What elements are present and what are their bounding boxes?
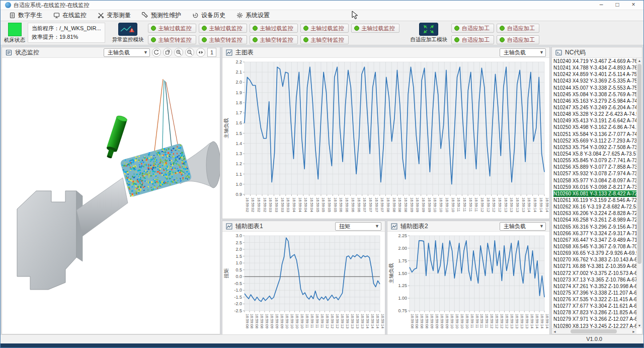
aux-chart1[interactable]: 16:59:0816:59:0816:59:0816:59:0816:59:09… — [222, 232, 385, 335]
nc-code-line[interactable]: N10254 X5.8 Y-3.084 Z-7.625 A-73.571 C — [553, 151, 636, 157]
chart-column: 主图表 主轴负载▼ 16:59:0216:59:0216:59:0216:59:… — [222, 47, 550, 334]
nc-code-line[interactable]: N10267 X6.447 Y-3.347 Z-9.489 A-71.055 — [553, 237, 636, 243]
nc-vertical-scrollbar[interactable]: ▲ ▼ — [636, 58, 642, 328]
svg-text:16:59:03: 16:59:03 — [268, 197, 273, 212]
nc-code-line[interactable]: N10243 X4.932 Y-3.369 Z-5.335 A-75.523 — [553, 78, 636, 84]
spindle-idle-monitor-button[interactable]: 主轴空转监控 — [148, 35, 196, 44]
menu-item-system-settings[interactable]: 系统设置 — [231, 10, 275, 21]
nc-code-line[interactable]: N10249 X5.413 Y-3.191 Z-6.642 A-74.346 — [553, 117, 636, 124]
svg-text:16:59:08: 16:59:08 — [415, 314, 419, 328]
spindle-overload-monitor-button[interactable]: 主轴过载监控 — [250, 24, 298, 33]
line-chart-icon — [391, 223, 397, 230]
nc-horizontal-scroll-thumb[interactable] — [571, 329, 617, 333]
nc-code-line[interactable]: N10276 X7.535 Y-3.322 Z-11.415 A-65.22 — [553, 296, 636, 303]
spindle-overload-monitor-button[interactable]: 主轴过载监控 — [148, 24, 196, 33]
main-chart[interactable]: 16:59:0216:59:0216:59:0216:59:0216:59:03… — [222, 58, 549, 219]
system-settings-icon — [236, 12, 243, 19]
nc-code-line[interactable]: N10248 X5.328 Y-3.22 Z-6.423 A-74.52 C — [553, 111, 636, 117]
nc-code-line[interactable]: N10263 X6.206 Y-3.224 Z-8.828 A-72.33 C — [553, 210, 636, 217]
nc-code-line[interactable]: N10242 X4.859 Y-3.401 Z-5.114 A-75.775 — [553, 71, 636, 78]
green-status-dot-icon — [151, 26, 156, 31]
nc-code-list[interactable]: N10240 X4.719 Y-3.467 Z-4.669 A-76.396N1… — [552, 58, 636, 328]
adaptive-machining-button[interactable]: 自适应加工 — [497, 24, 539, 33]
aux-chart2[interactable]: 16:59:0816:59:0816:59:0816:59:0816:59:09… — [387, 232, 549, 335]
nc-code-line[interactable]: N10270 X6.762 Y-3.383 Z-10.143 A-69.34 — [553, 256, 636, 263]
viewport-signal-select[interactable]: 主轴负载▼ — [104, 48, 150, 57]
close-button[interactable]: × — [625, 1, 641, 10]
nc-code-line[interactable]: N10275 X7.396 Y-3.338 Z-11.207 A-65.95 — [553, 290, 636, 296]
orbit-view-button[interactable] — [163, 48, 172, 57]
spindle-overload-monitor-button[interactable]: 主轴过载监控 — [199, 24, 247, 33]
adaptive-machining-module[interactable]: 自适应加工模块 — [411, 23, 448, 43]
nc-code-line[interactable]: N10245 X5.084 Y-3.308 Z-5.769 A-75.088 — [553, 91, 636, 98]
scroll-left-icon[interactable]: ◄ — [552, 330, 557, 333]
spindle-idle-monitor-button[interactable]: 主轴空转监控 — [250, 35, 298, 44]
nc-code-line[interactable]: N10266 X6.377 Y-3.324 Z-9.317 A-71.443 — [553, 230, 636, 237]
menu-item-online-monitor[interactable]: 在线监控 — [48, 10, 92, 21]
nc-code-line[interactable]: N10264 X6.258 Y-3.261 Z-8.989 A-72.072 — [553, 217, 636, 223]
nc-code-line[interactable]: N10273 X7.13 Y-3.365 Z-10.786 A-67.372 — [553, 276, 636, 283]
nc-code-line[interactable]: N10268 X6.545 Y-3.367 Z-9.708 A-70.519 — [553, 243, 636, 250]
nc-code-line[interactable]: N10272 X7.002 Y-3.375 Z-10.573 A-68.05 — [553, 270, 636, 276]
green-status-dot-icon — [500, 26, 505, 31]
scroll-up-icon[interactable]: ▲ — [637, 58, 642, 63]
nc-code-line[interactable]: N10251 X5.584 Y-3.136 Z-7.077 A-74.012 — [553, 131, 636, 137]
zoom-out-icon[interactable] — [185, 48, 194, 57]
adaptive-machining-button[interactable]: 自适应加工 — [451, 35, 494, 44]
menu-item-predictive-maintenance[interactable]: 预测性维护 — [136, 10, 187, 21]
spindle-idle-monitor-button[interactable]: 主轴空转监控 — [300, 35, 349, 44]
nc-code-line[interactable]: N10279 X7.971 Y-3.266 Z-12.027 A-62.98 — [553, 316, 636, 322]
nc-code-line[interactable]: N10253 X5.754 Y-3.092 Z-7.508 A-73.677 — [553, 144, 636, 151]
nc-horizontal-scrollbar[interactable]: ◄ ► — [552, 328, 636, 334]
spindle-idle-monitor-button[interactable]: 主轴空转监控 — [199, 35, 247, 44]
nc-vertical-scroll-thumb[interactable] — [637, 64, 641, 264]
machine-status-label: 机床状态 — [4, 37, 25, 44]
nc-code-line[interactable]: N10280 X8.123 Y-3.245 Z-12.227 A-62.23 — [553, 323, 636, 328]
nc-code-line[interactable]: N10269 X6.65 Y-3.379 Z-9.926 A-69.947 C — [553, 250, 636, 256]
nc-code-line[interactable]: N10265 X6.316 Y-3.296 Z-9.156 A-71.771 — [553, 224, 636, 230]
aux-chart2-signal-select[interactable]: 主轴负载▼ — [500, 222, 546, 231]
maximize-button[interactable]: □ — [609, 1, 625, 10]
spindle-overload-monitor-button[interactable]: 主轴过载监控 — [351, 24, 399, 33]
anomaly-monitor-module[interactable]: 异常监控模块 — [112, 23, 144, 43]
nc-code-line[interactable]: N10246 X5.163 Y-3.279 Z-5.984 A-74.892 — [553, 98, 636, 104]
rotate-view-button[interactable] — [152, 48, 161, 57]
svg-text:16:59:14: 16:59:14 — [370, 314, 375, 328]
menu-item-label: 变形测量 — [107, 11, 131, 20]
menu-item-digital-twin[interactable]: 数字孪生 — [4, 10, 48, 21]
adaptive-machining-button[interactable]: 自适应加工 — [451, 24, 494, 33]
scroll-right-icon[interactable]: ► — [631, 330, 636, 333]
nc-code-line[interactable]: N10241 X4.788 Y-3.434 Z-4.893 A-76.062 — [553, 64, 636, 71]
svg-text:16:59:11: 16:59:11 — [456, 197, 461, 212]
minimize-button[interactable]: – — [593, 1, 609, 10]
zoom-in-icon[interactable] — [174, 48, 183, 57]
nc-code-line[interactable]: N10277 X7.677 Y-3.304 Z-11.621 A-64.48 — [553, 303, 636, 309]
nc-code-line[interactable]: N10271 X6.88 Y-3.381 Z-10.359 A-68.711 — [553, 263, 636, 269]
scroll-down-icon[interactable]: ▼ — [637, 323, 642, 328]
nc-code-line[interactable]: N10274 X7.261 Y-3.352 Z-10.998 A-66.67 — [553, 283, 636, 290]
menu-item-device-history[interactable]: 设备历史 — [187, 10, 231, 21]
nc-code-line[interactable]: N10258 X5.977 Y-3.084 Z-8.097 A-73.138 — [553, 177, 636, 184]
viewport-3d[interactable] — [2, 58, 220, 334]
adaptive-machining-button[interactable]: 自适应加工 — [497, 35, 539, 44]
nc-code-line[interactable]: N10244 X5.007 Y-3.338 Z-5.553 A-75.297 — [553, 85, 636, 91]
menu-item-deformation-measure[interactable]: 变形测量 — [92, 10, 136, 21]
aux-chart1-signal-select[interactable]: 扭矩▼ — [335, 222, 381, 231]
nc-code-line[interactable]: N10278 X7.823 Y-3.286 Z-11.825 A-63.73 — [553, 309, 636, 316]
nc-code-line[interactable]: N10255 X5.845 Y-3.079 Z-7.741 A-73.458 — [553, 157, 636, 164]
fit-view-icon[interactable] — [196, 48, 205, 57]
nc-code-line[interactable]: N10256 X5.889 Y-3.077 Z-7.858 A-73.348 — [553, 164, 636, 170]
nc-code-line[interactable]: N10250 X5.498 Y-3.162 Z-6.86 A-74.178 C — [553, 124, 636, 130]
main-chart-signal-select[interactable]: 主轴负载▼ — [500, 48, 546, 57]
adaptive-module-label: 自适应加工模块 — [411, 36, 448, 43]
spindle-overload-monitor-button[interactable]: 主轴过载监控 — [300, 24, 349, 33]
nc-code-line[interactable]: N10260 X6.081 Y-3.133 Z-8.422 A-72.835 — [553, 190, 636, 197]
nc-code-line[interactable]: N10257 X5.932 Y-3.078 Z-7.974 A-73.243 — [553, 170, 636, 177]
nc-code-line[interactable]: N10261 X6.119 Y-3.159 Z-8.546 A-72.701 — [553, 197, 636, 203]
nc-code-line[interactable]: N10262 X6.16 Y-3.19 Z-8.682 A-72.534 C — [553, 203, 636, 210]
nc-code-line[interactable]: N10259 X6.016 Y-3.098 Z-8.217 A-73.036 — [553, 184, 636, 190]
nc-code-line[interactable]: N10252 X5.669 Y-3.112 Z-7.293 A-73.844 — [553, 137, 636, 144]
svg-text:16:59:14: 16:59:14 — [535, 314, 539, 328]
nc-code-line[interactable]: N10240 X4.719 Y-3.467 Z-4.669 A-76.396 — [553, 58, 636, 64]
nc-code-line[interactable]: N10247 X5.245 Y-3.249 Z-6.204 A-74.701 — [553, 104, 636, 111]
